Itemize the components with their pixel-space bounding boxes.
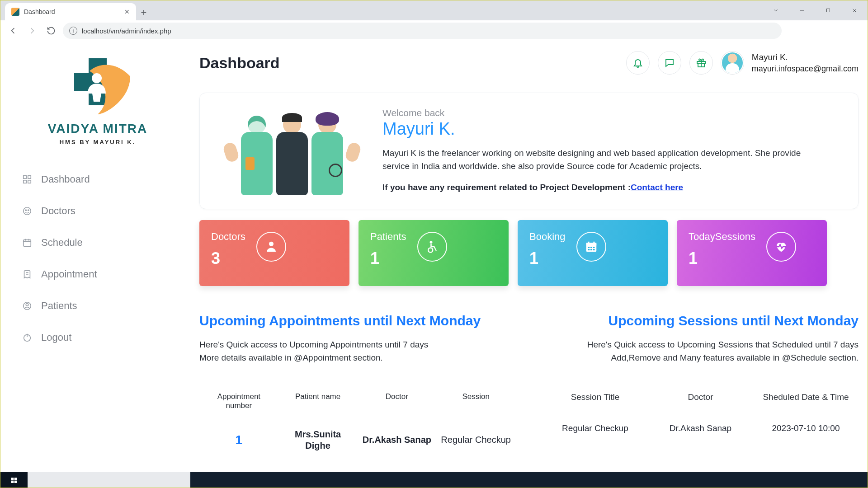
sidebar-item-doctors[interactable]: Doctors [19,195,177,227]
topbar-right: Mayuri K. mayuri.infospace@gmail.com [626,51,859,75]
address-bar[interactable]: i localhost/vm/admin/index.php [63,23,782,39]
taskbar-dark-region [190,472,868,488]
sidebar-item-appointment[interactable]: Appointment [19,258,177,290]
stat-value: 1 [689,249,755,268]
stat-value: 3 [211,249,245,268]
dashboard-icon [21,174,33,185]
sidebar-item-logout[interactable]: Logout [19,322,177,353]
cell-appointment-number: 1 [199,432,278,448]
window-close-button[interactable] [841,2,868,19]
sidebar-item-label: Appointment [41,268,97,280]
svg-rect-25 [590,247,592,248]
sidebar-item-dashboard[interactable]: Dashboard [19,164,177,195]
welcome-card: Welcome back Mayuri K. Mayuri K is the f… [199,93,859,209]
gifts-button[interactable] [689,51,713,75]
user-name: Mayuri K. [752,52,859,63]
bell-icon [632,57,643,68]
table-row[interactable]: Regular Checkup Dr.Akash Sanap 2023-07-1… [542,423,859,434]
svg-rect-31 [14,478,17,480]
favicon-icon [11,8,19,16]
th-datetime: Sheduled Date & Time [753,389,859,405]
page-title: Dashboard [199,54,280,72]
site-info-icon[interactable]: i [69,27,77,35]
stat-value: 1 [529,249,566,268]
sidebar: VAIDYA MITRA HMS BY MAYURI K. Dashboard … [0,41,190,472]
url-text: localhost/vm/admin/index.php [82,27,171,35]
stat-tile-doctors[interactable]: Doctors3 [199,220,349,286]
stat-label: TodaySessions [689,231,755,243]
stat-label: Booking [529,231,566,243]
appointments-title: Upcoming Appointments until Next Monday [199,313,515,328]
messages-button[interactable] [658,51,681,75]
main-content: Dashboard Mayuri K. mayuri.infospace@gma… [190,41,868,472]
sidebar-item-label: Doctors [41,205,75,217]
svg-rect-32 [11,480,14,483]
calendar-icon [576,232,606,262]
appointments-column: Upcoming Appointments until Next Monday … [199,313,515,451]
nav-back-button[interactable] [6,23,20,38]
notifications-button[interactable] [626,51,650,75]
browser-tab[interactable]: Dashboard ✕ [5,3,136,20]
start-button[interactable] [0,472,28,488]
tab-close-icon[interactable]: ✕ [124,8,130,15]
sidebar-item-label: Logout [41,332,71,343]
stat-label: Patients [370,231,406,243]
sessions-table: Session Title Doctor Sheduled Date & Tim… [542,389,859,434]
table-row[interactable]: 1 Mrs.Sunita Dighe Dr.Akash Sanap Regula… [199,429,515,451]
appointments-table: Appointmentnumber Patient name Doctor Se… [199,389,515,451]
contact-link[interactable]: Contact here [631,183,683,192]
user-avatar[interactable] [721,52,744,74]
stat-tile-patients[interactable]: Patients1 [359,220,509,286]
svg-rect-0 [827,9,830,12]
svg-rect-21 [586,243,596,245]
svg-rect-2 [24,176,26,178]
table-header: Appointmentnumber Patient name Doctor Se… [199,389,515,413]
brand-name: VAIDYA MITRA [48,122,148,136]
svg-point-7 [25,210,26,211]
svg-rect-3 [28,176,31,178]
svg-point-8 [28,210,29,211]
logout-icon [21,332,33,343]
window-controls [763,0,868,20]
sessions-title: Upcoming Sessions until Next Monday [542,313,859,328]
topbar: Dashboard Mayuri K. mayuri.infospace@gma… [199,51,859,75]
stat-tile-booking[interactable]: Booking1 [518,220,668,286]
window-maximize-button[interactable] [815,2,841,19]
th-session: Session [436,389,515,413]
doctors-icon [21,205,33,217]
svg-rect-26 [593,247,594,248]
appointment-icon [21,268,33,280]
svg-rect-29 [593,249,594,250]
cell-datetime: 2023-07-10 10:00 [753,423,859,434]
svg-rect-28 [590,249,592,250]
welcome-text: Welcome back Mayuri K. Mayuri K is the f… [382,105,843,195]
cell-session-title: Regular Checkup [542,423,648,434]
sidebar-item-patients[interactable]: Patients [19,290,177,322]
th-doctor: Doctor [358,389,437,413]
sidebar-nav: Dashboard Doctors Schedule Appointment P… [19,164,177,353]
cell-doctor: Dr.Akash Sanap [648,423,753,434]
browser-chrome: Dashboard ✕ + i localhost/vm/admin/index… [0,0,868,41]
cell-doctor: Dr.Akash Sanap [358,434,437,446]
sidebar-item-label: Dashboard [41,174,90,185]
stat-value: 1 [370,249,406,268]
welcome-illustration [215,105,369,195]
nav-reload-button[interactable] [44,23,58,38]
stat-tile-today-sessions[interactable]: TodaySessions1 [677,220,827,286]
th-doctor: Doctor [648,389,753,405]
taskbar-light-region [28,472,190,488]
sidebar-item-schedule[interactable]: Schedule [19,227,177,258]
svg-rect-5 [28,180,31,183]
heart-pulse-icon [766,232,796,262]
brand-logo: VAIDYA MITRA HMS BY MAYURI K. [19,55,177,145]
user-email: mayuri.infospace@gmail.com [752,63,859,74]
welcome-back-label: Welcome back [382,108,843,118]
windows-icon [10,477,18,484]
nav-forward-button[interactable] [25,23,39,38]
window-minimize-button[interactable] [789,2,815,19]
new-tab-button[interactable]: + [136,5,151,20]
window-dropdown-icon[interactable] [763,2,789,19]
svg-point-15 [269,242,274,246]
svg-rect-17 [269,249,273,251]
app-viewport: VAIDYA MITRA HMS BY MAYURI K. Dashboard … [0,41,868,472]
